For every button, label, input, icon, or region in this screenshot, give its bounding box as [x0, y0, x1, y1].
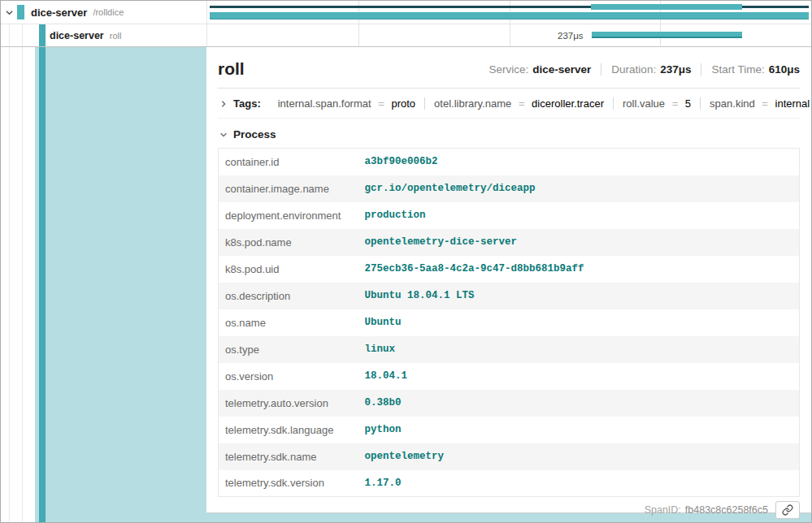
- span-detail-row: roll Service:dice-server Duration:237μs …: [1, 47, 811, 522]
- process-row: k8s.pod.uid 275ecb36-5aa8-4c2a-9c47-d8bb…: [219, 256, 800, 283]
- stat-start-value: 610μs: [769, 63, 800, 76]
- timeline-column: [206, 1, 811, 24]
- stat-start-label: Start Time:: [711, 63, 764, 76]
- process-row: telemetry.sdk.language python: [219, 417, 800, 443]
- process-value: linux: [358, 336, 800, 363]
- tag-key: internal.span.format: [278, 97, 371, 110]
- span-accent-fill: [35, 47, 206, 522]
- process-key: telemetry.sdk.language: [219, 417, 358, 443]
- process-value: 0.38b0: [358, 390, 800, 417]
- process-row: os.type linux: [219, 336, 800, 363]
- tag-equals: =: [378, 97, 384, 110]
- process-value: python: [358, 417, 800, 443]
- span-detail-header: roll Service:dice-server Duration:237μs …: [218, 47, 800, 89]
- stat-service-label: Service:: [489, 63, 529, 76]
- process-key: deployment.environment: [219, 202, 358, 229]
- span-accent-column[interactable]: [1, 47, 206, 522]
- process-row: os.description Ubuntu 18.04.1 LTS: [219, 283, 800, 309]
- tag-value: internal: [775, 97, 810, 110]
- process-row: deployment.environment production: [219, 202, 800, 229]
- span-operation-name: /rolldice: [93, 7, 124, 17]
- tag-equals: =: [519, 97, 525, 110]
- span-bar-roll[interactable]: [592, 32, 742, 38]
- process-key: k8s.pod.uid: [219, 256, 358, 283]
- process-key: telemetry.sdk.name: [219, 443, 358, 470]
- tag-item: span.kind = internal: [701, 97, 812, 110]
- span-service-name: dice-server: [31, 6, 87, 19]
- stat-start-time: Start Time:610μs: [701, 63, 800, 76]
- process-value: 1.17.0: [358, 470, 800, 497]
- span-id-label: SpanID:: [645, 504, 681, 516]
- tags-label: Tags:: [233, 97, 261, 110]
- tag-value: proto: [391, 97, 415, 110]
- process-row: container.image.name gcr.io/opentelemetr…: [219, 175, 800, 202]
- tag-value: 5: [685, 97, 691, 110]
- minimap-child-segment: [591, 4, 742, 10]
- tag-key: roll.value: [623, 97, 665, 110]
- process-value: opentelemetry: [358, 443, 800, 470]
- tag-value: diceroller.tracer: [532, 97, 604, 110]
- tag-key: span.kind: [710, 97, 755, 110]
- span-duration-label: 237μs: [207, 31, 589, 41]
- tags-accordion[interactable]: Tags: internal.span.format = proto otel.…: [218, 89, 800, 119]
- chevron-down-icon[interactable]: [1, 8, 17, 17]
- span-detail-stats: Service:dice-server Duration:237μs Start…: [480, 63, 800, 76]
- process-key: os.description: [219, 283, 358, 309]
- process-value: Ubuntu: [358, 309, 800, 336]
- span-detail-card: roll Service:dice-server Duration:237μs …: [206, 47, 811, 513]
- process-key: os.name: [219, 309, 358, 336]
- tag-key: otel.library.name: [434, 97, 511, 110]
- timeline-column: 237μs: [206, 24, 811, 46]
- process-table: container.id a3bf90e006b2 container.imag…: [218, 148, 800, 497]
- process-value: production: [358, 202, 800, 229]
- span-id-value: fb483c8c6258f6c5: [685, 504, 768, 516]
- link-icon: [782, 504, 793, 516]
- tag-item: otel.library.name = diceroller.tracer: [425, 97, 614, 110]
- indent-guide: [9, 47, 10, 522]
- process-value: a3bf90e006b2: [358, 149, 800, 175]
- tag-item: internal.span.format = proto: [269, 97, 425, 110]
- process-row: os.name Ubuntu: [219, 309, 800, 336]
- process-value: Ubuntu 18.04.1 LTS: [358, 283, 800, 309]
- chevron-right-icon: [219, 100, 228, 108]
- span-detail-background: roll Service:dice-server Duration:237μs …: [206, 47, 811, 522]
- span-name-column[interactable]: dice-server roll: [1, 24, 206, 46]
- process-accordion-header[interactable]: Process: [218, 119, 800, 148]
- span-accent-stripe: [39, 47, 46, 522]
- span-color-indicator: [17, 5, 24, 19]
- chevron-down-icon: [219, 131, 228, 139]
- span-operation-name: roll: [110, 31, 122, 41]
- span-row-rolldice[interactable]: dice-server /rolldice: [1, 1, 811, 24]
- copy-link-button[interactable]: [775, 501, 800, 519]
- indent-guide: [22, 47, 23, 522]
- process-label: Process: [233, 128, 276, 140]
- stat-service-value: dice-server: [532, 63, 591, 76]
- process-key: os.type: [219, 336, 358, 363]
- process-key: telemetry.auto.version: [219, 390, 358, 417]
- span-detail-title: roll: [218, 59, 245, 79]
- stat-duration: Duration:237μs: [601, 63, 701, 76]
- stat-duration-value: 237μs: [660, 63, 691, 76]
- span-color-indicator: [39, 24, 46, 46]
- tag-item: roll.value = 5: [614, 97, 701, 110]
- indent-guide: [9, 24, 10, 46]
- span-detail-footer: SpanID: fb483c8c6258f6c5: [218, 497, 800, 523]
- process-row: k8s.pod.name opentelemetry-dice-server: [219, 229, 800, 256]
- process-value: opentelemetry-dice-server: [358, 229, 800, 256]
- process-row: telemetry.sdk.name opentelemetry: [219, 443, 800, 470]
- span-name-column[interactable]: dice-server /rolldice: [1, 1, 206, 24]
- process-row: telemetry.sdk.version 1.17.0: [219, 470, 800, 497]
- process-row: telemetry.auto.version 0.38b0: [219, 390, 800, 417]
- span-row-roll[interactable]: dice-server roll 237μs: [1, 24, 811, 47]
- process-key: os.version: [219, 363, 358, 390]
- process-value: 275ecb36-5aa8-4c2a-9c47-d8bb681b9aff: [358, 256, 800, 283]
- process-key: container.id: [219, 149, 358, 175]
- process-row: os.version 18.04.1: [219, 363, 800, 390]
- stat-service: Service:dice-server: [480, 63, 601, 76]
- span-bar-rolldice[interactable]: [210, 12, 809, 19]
- stat-duration-label: Duration:: [611, 63, 656, 76]
- trace-timeline-view: dice-server /rolldice dice-server roll 2…: [0, 0, 812, 523]
- span-service-name: dice-server: [50, 30, 104, 41]
- process-key: container.image.name: [219, 175, 358, 202]
- process-value: 18.04.1: [358, 363, 800, 390]
